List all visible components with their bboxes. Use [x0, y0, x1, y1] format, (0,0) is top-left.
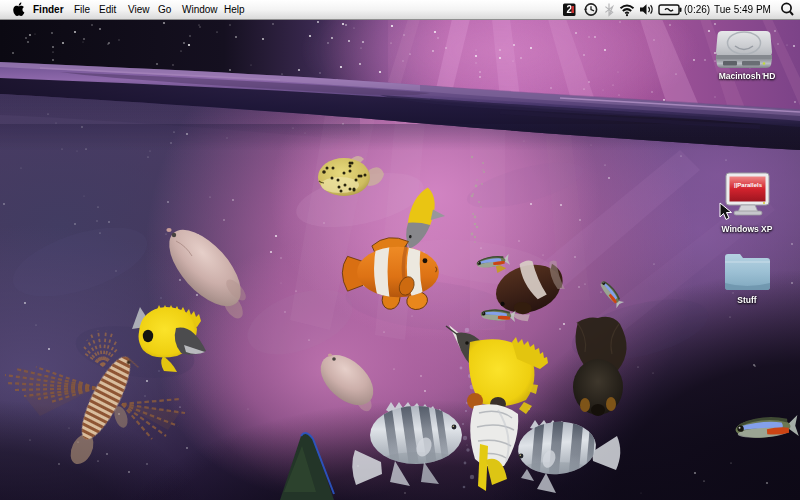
svg-text:||Parallels: ||Parallels	[734, 182, 763, 188]
